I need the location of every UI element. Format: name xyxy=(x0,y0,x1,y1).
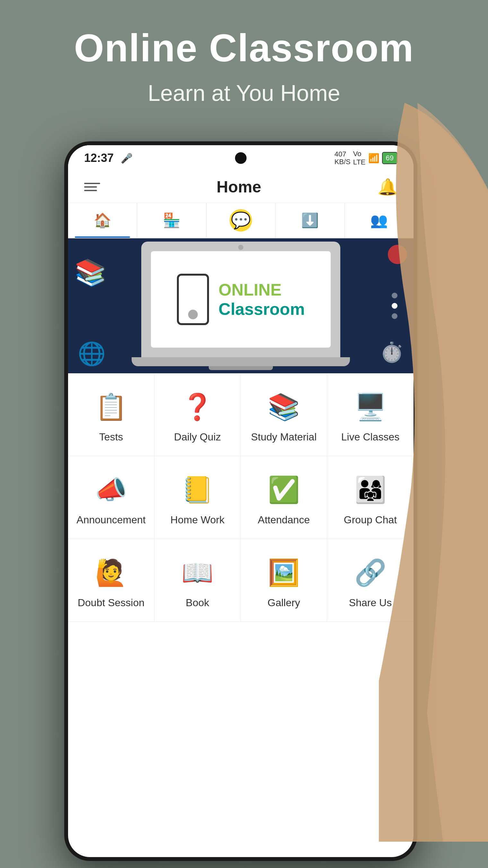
group-chat-label: Group Chat xyxy=(344,514,397,526)
tab-download[interactable]: ⬇️ xyxy=(275,203,345,238)
banner: 📚 🌐 ONLINE Classroom xyxy=(68,238,414,373)
bell-icon[interactable]: 🔔 xyxy=(378,178,397,196)
menu-item-doubt-session[interactable]: 🙋Doubt Session xyxy=(68,539,155,622)
mic-icon: 🎤 xyxy=(121,153,133,164)
network-icon: VoLTE xyxy=(353,150,366,166)
tests-icon: 📋 xyxy=(93,389,129,425)
home-icon: 🏠 xyxy=(94,212,111,229)
laptop-container: ONLINE Classroom xyxy=(132,242,350,370)
tab-shop[interactable]: 🏪 xyxy=(137,203,206,238)
home-work-label: Home Work xyxy=(170,514,224,526)
tab-chat[interactable]: 💬 xyxy=(206,203,275,238)
live-classes-label: Live Classes xyxy=(341,431,399,443)
menu-item-tests[interactable]: 📋Tests xyxy=(68,373,155,456)
dot-2 xyxy=(392,303,397,309)
book-label: Book xyxy=(186,597,209,609)
gallery-icon: 🖼️ xyxy=(266,555,301,590)
study-material-icon: 📚 xyxy=(266,389,301,425)
lte-bars: 📶 xyxy=(368,153,380,163)
shop-icon: 🏪 xyxy=(163,212,181,229)
menu-item-announcement[interactable]: 📣Announcement xyxy=(68,456,155,539)
home-work-icon: 📒 xyxy=(180,472,215,507)
status-time: 12:37 xyxy=(84,151,113,165)
share-us-label: Share Us xyxy=(349,597,392,609)
attendance-icon: ✅ xyxy=(266,472,301,507)
menu-item-gallery[interactable]: 🖼️Gallery xyxy=(241,539,327,622)
menu-item-share-us[interactable]: 🔗Share Us xyxy=(327,539,414,622)
laptop-foot xyxy=(209,366,273,370)
camera-dot xyxy=(235,152,247,164)
gallery-label: Gallery xyxy=(267,597,300,609)
banner-text-block: ONLINE Classroom xyxy=(219,280,305,319)
people-icon: 👥 xyxy=(370,212,388,229)
chat-icon: 💬 xyxy=(230,209,252,231)
banner-dots xyxy=(392,293,397,319)
signal-text: 407KB/S xyxy=(334,150,351,166)
menu-item-live-classes[interactable]: 🖥️Live Classes xyxy=(327,373,414,456)
banner-phone-icon xyxy=(177,274,209,325)
phone-wrapper: 12:37 🎤 407KB/S VoLTE 📶 69 Home xyxy=(38,122,488,868)
banner-screen: ONLINE Classroom xyxy=(151,251,331,348)
red-circle xyxy=(388,245,407,264)
tab-bar: 🏠 🏪 💬 ⬇️ 👥 xyxy=(68,203,414,238)
laptop-base xyxy=(132,357,350,366)
app-header: Home 🔔 xyxy=(68,171,414,203)
doubt-session-label: Doubt Session xyxy=(78,597,144,609)
status-bar: 12:37 🎤 407KB/S VoLTE 📶 69 xyxy=(68,145,414,171)
battery-icon: 69 xyxy=(382,152,397,164)
book-icon: 📖 xyxy=(180,555,215,590)
header-title: Home xyxy=(217,178,261,196)
tab-people[interactable]: 👥 xyxy=(345,203,414,238)
status-icons: 407KB/S VoLTE 📶 69 xyxy=(334,150,397,166)
daily-quiz-label: Daily Quiz xyxy=(174,431,221,443)
hamburger-menu[interactable] xyxy=(84,183,100,191)
study-material-label: Study Material xyxy=(251,431,317,443)
download-icon: ⬇️ xyxy=(301,212,319,229)
tests-label: Tests xyxy=(99,431,123,443)
banner-laptop: ONLINE Classroom xyxy=(141,242,340,357)
doubt-session-icon: 🙋 xyxy=(93,555,129,590)
group-chat-icon: 👨‍👩‍👧 xyxy=(353,472,388,507)
banner-classroom-text: Classroom xyxy=(219,300,305,319)
menu-item-book[interactable]: 📖Book xyxy=(155,539,241,622)
page-title: Online Classroom xyxy=(0,26,488,70)
tab-home[interactable]: 🏠 xyxy=(68,203,137,238)
globe-decoration: 🌐 xyxy=(78,341,106,367)
dot-1 xyxy=(392,293,397,299)
announcement-icon: 📣 xyxy=(93,472,129,507)
menu-item-daily-quiz[interactable]: ❓Daily Quiz xyxy=(155,373,241,456)
banner-online-text: ONLINE xyxy=(219,280,305,300)
menu-grid: 📋Tests❓Daily Quiz📚Study Material🖥️Live C… xyxy=(68,373,414,622)
menu-item-attendance[interactable]: ✅Attendance xyxy=(241,456,327,539)
live-classes-icon: 🖥️ xyxy=(353,389,388,425)
attendance-label: Attendance xyxy=(258,514,310,526)
share-us-icon: 🔗 xyxy=(353,555,388,590)
books-decoration: 📚 xyxy=(74,258,106,288)
page-subtitle: Learn at You Home xyxy=(0,80,488,106)
menu-item-group-chat[interactable]: 👨‍👩‍👧Group Chat xyxy=(327,456,414,539)
announcement-label: Announcement xyxy=(76,514,145,526)
menu-item-home-work[interactable]: 📒Home Work xyxy=(155,456,241,539)
daily-quiz-icon: ❓ xyxy=(180,389,215,425)
phone-frame: 12:37 🎤 407KB/S VoLTE 📶 69 Home xyxy=(64,141,417,861)
menu-item-study-material[interactable]: 📚Study Material xyxy=(241,373,327,456)
clock-decoration: ⏱️ xyxy=(380,341,404,364)
dot-3 xyxy=(392,313,397,319)
phone-screen: 12:37 🎤 407KB/S VoLTE 📶 69 Home xyxy=(68,145,414,857)
